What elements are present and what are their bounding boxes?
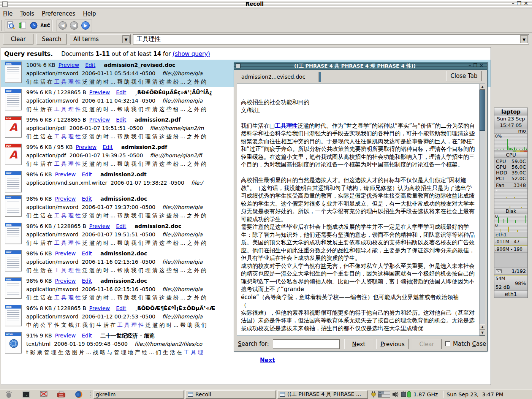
scroll-up-icon[interactable]: ▲	[480, 324, 485, 330]
taskbar-item[interactable]: Recoll	[185, 390, 276, 399]
search-button[interactable]: Search	[36, 34, 67, 44]
clear-button[interactable]: Clear	[3, 34, 33, 44]
close-tab-button[interactable]: Close Tab	[446, 71, 482, 81]
find-next-button[interactable]: Next	[344, 339, 373, 349]
terminal-launcher[interactable]	[17, 391, 35, 398]
preview-link[interactable]: Preview	[89, 117, 110, 123]
firefox-launcher[interactable]	[70, 391, 87, 398]
preview-link[interactable]: Preview	[89, 89, 110, 95]
show-query-link[interactable]: (show query)	[173, 51, 210, 57]
next-page-button[interactable]: ▶	[80, 20, 91, 31]
taskbar-item[interactable]: ((工 PHRASE 4 具 PHRASE ...	[277, 390, 368, 399]
net-rx-readout: .011M - 47	[494, 238, 527, 245]
first-page-button[interactable]: ◀	[57, 20, 68, 31]
advanced-search-button[interactable]	[5, 20, 17, 31]
query-input[interactable]	[133, 35, 519, 44]
preview-maximize-button[interactable]: ❐	[473, 63, 479, 68]
minimize-button[interactable]: –	[512, 0, 517, 6]
preview-link[interactable]: Preview	[59, 62, 79, 68]
find-input[interactable]	[273, 339, 340, 349]
previous-page-button[interactable]: ◀	[68, 20, 80, 31]
mail-monitor[interactable]: 1/192	[494, 268, 527, 275]
find-previous-button[interactable]: Previous	[376, 339, 409, 349]
menu-tools[interactable]: Tools	[20, 9, 34, 19]
result-relevance-size: 99% 6 KB / 95 KB	[26, 144, 73, 150]
chevron-down-icon[interactable]: ▼	[520, 35, 528, 43]
match-case-checkbox[interactable]	[445, 341, 450, 346]
snippet-text: 泛 滥 的 时 ... 帮 助 我 们 理 清 这 些 纷 ... 之 外 的	[81, 240, 206, 246]
restore-button[interactable]: ❐	[517, 0, 524, 6]
edit-link[interactable]: Edit	[82, 278, 92, 284]
memory-volume-meter[interactable]: 54M 98% 52 dB	[494, 275, 527, 291]
workspace-pager-icon[interactable]	[378, 391, 390, 397]
taskbar-separator[interactable]	[89, 391, 92, 398]
fan-chart-2	[494, 199, 527, 209]
preview-minimize-button[interactable]: –	[469, 63, 473, 68]
clock-separator	[443, 391, 443, 398]
find-clear-button[interactable]: Clear	[412, 339, 442, 349]
edit-link[interactable]: Edit	[85, 62, 95, 68]
highlighted-term: 工具理性	[275, 122, 298, 129]
snippet-term: 工 具 理	[184, 349, 203, 355]
power-plug-icon[interactable]	[371, 391, 376, 398]
preview-link[interactable]: Preview	[89, 305, 110, 311]
preview-close-button[interactable]: ✕	[479, 63, 485, 68]
snippet-text: 泛 滥 的 时 ... 帮 助 我 们	[144, 322, 206, 328]
edit-link[interactable]: Edit	[116, 89, 126, 95]
edit-link[interactable]: Edit	[82, 171, 92, 177]
query-combobox[interactable]: ▼	[133, 34, 529, 44]
gkrellm-hostname[interactable]: laptop	[494, 108, 527, 116]
taskbar: gkrellmRecoll((工 PHRASE 4 具 PHRASE ... 1…	[0, 389, 532, 399]
preview-link[interactable]: Preview	[55, 196, 76, 202]
speaker-icon[interactable]	[392, 391, 399, 397]
chevron-down-icon[interactable]: ▼	[122, 35, 130, 43]
taskbar-item[interactable]: gkrellm	[93, 390, 184, 399]
edit-link[interactable]: Edit	[116, 223, 126, 229]
preview-window: ((工 PHRASE 4 具 PHRASE 4 理 PHRASE 4 性)) –…	[234, 62, 488, 352]
edit-link[interactable]: Edit	[82, 332, 92, 339]
disk-section-label[interactable]: Disk	[494, 209, 527, 214]
preview-link[interactable]: Preview	[76, 144, 97, 150]
edit-link[interactable]: Edit	[103, 144, 113, 150]
screen-lock-launcher[interactable]	[35, 391, 52, 398]
edit-link[interactable]: Edit	[116, 117, 126, 123]
next-page-link[interactable]: Next	[260, 357, 275, 364]
preview-tab[interactable]: admission2...evised.doc	[238, 72, 318, 82]
sort-parameters-button[interactable]	[17, 20, 28, 31]
preview-text-area[interactable]: 高校招生的社会功能和目的文/钱江 我们生活在□工具理性泛滥的时代。作为“世之显学…	[237, 84, 485, 336]
toolbar-handle[interactable]	[1, 20, 3, 31]
gnome-foot-icon	[5, 391, 13, 398]
scroll-up-icon[interactable]: ▲	[480, 84, 485, 90]
cpu-battery-icon[interactable]	[401, 391, 412, 397]
menu-help[interactable]: Help	[83, 9, 96, 19]
preview-link[interactable]: Preview	[55, 278, 76, 284]
temp-value: 39.0C	[511, 170, 526, 176]
edit-link[interactable]: Edit	[116, 305, 126, 311]
preview-link[interactable]: Preview	[55, 171, 76, 177]
close-button[interactable]: ✕	[524, 0, 530, 6]
document-history-button[interactable]	[28, 20, 40, 31]
cpu-section-label[interactable]: CPU	[494, 152, 527, 158]
preview-link[interactable]: Preview	[89, 223, 110, 229]
menu-file[interactable]: File	[3, 9, 13, 19]
scroll-down-icon[interactable]: ▼	[480, 330, 485, 336]
preview-scrollbar[interactable]: ▲ ▲ ▼	[479, 84, 485, 336]
gkrellm-footer-label[interactable]: eth1	[494, 291, 527, 298]
taskbar-clock[interactable]: Sun Sep 23, 3:47 PM	[446, 391, 507, 397]
scrollbar-thumb[interactable]	[480, 90, 485, 131]
main-menu-button[interactable]	[0, 391, 17, 398]
search-mode-select[interactable]: All terms ▼	[70, 34, 131, 44]
result-mime-date: application/msword 2006-11-16 02:15:16 -…	[26, 259, 155, 265]
net-section-label[interactable]: eth1	[494, 232, 527, 238]
menu-preferences[interactable]: Preferences	[42, 9, 75, 19]
preview-link[interactable]: Preview	[55, 332, 76, 339]
search-mode-value: All terms	[73, 36, 99, 43]
preview-window-menu-button[interactable]	[236, 63, 241, 68]
toolbar-handle[interactable]	[52, 20, 55, 31]
typewriter-launcher[interactable]	[52, 391, 70, 398]
edit-link[interactable]: Edit	[82, 196, 92, 202]
match-case-label: Match Case	[453, 340, 486, 347]
preview-link[interactable]: Preview	[55, 250, 76, 256]
edit-link[interactable]: Edit	[82, 250, 92, 256]
term-explorer-button[interactable]: ÅBĈ	[40, 20, 51, 31]
